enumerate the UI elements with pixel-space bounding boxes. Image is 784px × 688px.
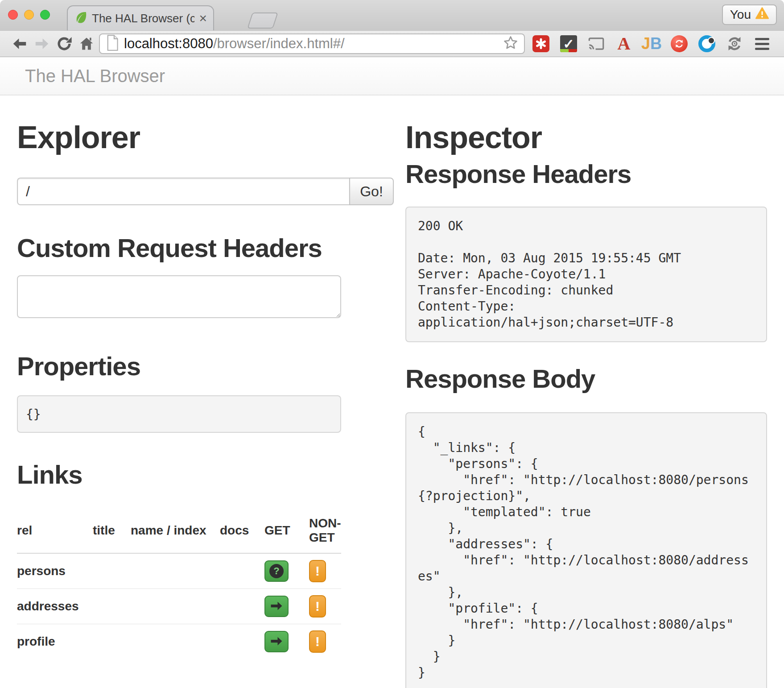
- lastpass-extension-icon[interactable]: [532, 35, 550, 53]
- link-rel: persons: [17, 553, 93, 589]
- url-path: /browser/index.html#/: [213, 36, 345, 51]
- col-docs: docs: [220, 510, 264, 553]
- close-window-button[interactable]: [8, 10, 18, 20]
- explorer-heading: Explorer: [17, 120, 394, 155]
- link-rel: addresses: [17, 589, 93, 624]
- home-button[interactable]: [77, 34, 96, 54]
- page-document-icon: [105, 35, 120, 53]
- custom-request-headers-heading: Custom Request Headers: [17, 233, 394, 263]
- address-bar[interactable]: localhost:8080/browser/index.html#/: [99, 33, 525, 54]
- url-text[interactable]: localhost:8080/browser/index.html#/: [124, 36, 498, 52]
- reload-button[interactable]: [54, 34, 74, 54]
- profile-you-button[interactable]: You: [722, 4, 777, 25]
- properties-value: {}: [17, 395, 341, 433]
- col-title: title: [93, 510, 131, 553]
- properties-heading: Properties: [17, 351, 394, 381]
- chromecast-extension-icon[interactable]: [587, 35, 605, 53]
- response-headers-heading: Response Headers: [405, 159, 767, 189]
- get-button[interactable]: [264, 596, 289, 617]
- col-non-get: NON-GET: [309, 510, 341, 553]
- inspector-panel: Inspector Response Headers 200 OK Date: …: [405, 95, 767, 688]
- link-row-addresses: addresses !: [17, 589, 341, 624]
- profile-name: You: [730, 8, 751, 22]
- get-button[interactable]: [264, 631, 289, 652]
- link-row-profile: profile !: [17, 624, 341, 659]
- get-templated-button[interactable]: ?: [264, 560, 289, 582]
- link-rel: profile: [17, 624, 93, 659]
- spring-leaf-favicon-icon: [74, 11, 87, 26]
- explorer-panel: Explorer Go! Custom Request Headers Prop…: [17, 95, 394, 688]
- custom-headers-textarea[interactable]: [17, 275, 341, 318]
- a-extension-icon[interactable]: A: [615, 35, 633, 53]
- right-arrow-icon: [270, 635, 283, 648]
- col-get: GET: [264, 510, 309, 553]
- blue-circle-extension-icon[interactable]: [698, 35, 716, 53]
- col-rel: rel: [17, 510, 93, 553]
- page-content: Explorer Go! Custom Request Headers Prop…: [0, 95, 784, 688]
- history-sync-extension-icon[interactable]: [726, 35, 743, 53]
- browser-toolbar: localhost:8080/browser/index.html#/ ✓: [0, 30, 784, 57]
- url-host: localhost:8080: [124, 36, 213, 51]
- minimize-window-button[interactable]: [24, 10, 34, 20]
- sync-red-extension-icon[interactable]: [670, 35, 688, 53]
- browser-tab[interactable]: The HAL Browser (customiz ×: [67, 5, 214, 30]
- jb-extension-icon[interactable]: JB: [643, 35, 660, 53]
- response-body-heading: Response Body: [405, 364, 767, 394]
- back-button[interactable]: [10, 34, 29, 54]
- inspector-heading: Inspector: [405, 120, 767, 155]
- col-name-index: name / index: [131, 510, 220, 553]
- extension-icons: ✓ A JB: [532, 35, 769, 53]
- page-navbar: The HAL Browser: [0, 57, 784, 95]
- question-mark-icon: ?: [269, 564, 284, 578]
- forward-button[interactable]: [32, 34, 52, 54]
- links-header-row: rel title name / index docs GET NON-GET: [17, 510, 341, 553]
- tab-close-icon[interactable]: ×: [199, 12, 207, 25]
- warning-triangle-icon: [755, 7, 769, 23]
- non-get-button[interactable]: !: [309, 560, 326, 582]
- tab-strip: The HAL Browser (customiz × You: [0, 0, 784, 30]
- response-headers-content: 200 OK Date: Mon, 03 Aug 2015 19:55:45 G…: [405, 207, 767, 342]
- right-arrow-icon: [270, 600, 283, 613]
- chrome-menu-icon[interactable]: [755, 38, 769, 50]
- explorer-address-group: Go!: [17, 178, 394, 205]
- go-button[interactable]: Go!: [349, 178, 394, 205]
- links-table: rel title name / index docs GET NON-GET …: [17, 510, 341, 659]
- link-row-persons: persons ? !: [17, 553, 341, 589]
- non-get-button[interactable]: !: [309, 595, 326, 618]
- links-heading: Links: [17, 460, 394, 489]
- non-get-button[interactable]: !: [309, 630, 326, 653]
- new-tab-button[interactable]: [247, 12, 278, 29]
- response-body-content: { "_links": { "persons": { "href": "http…: [418, 424, 755, 681]
- browser-chrome: The HAL Browser (customiz × You: [0, 0, 784, 57]
- checkmark-extension-icon[interactable]: ✓: [560, 35, 578, 53]
- navbar-brand[interactable]: The HAL Browser: [25, 66, 165, 86]
- zoom-window-button[interactable]: [40, 10, 50, 20]
- response-body-panel: { "_links": { "persons": { "href": "http…: [405, 412, 767, 688]
- bookmark-star-icon[interactable]: [503, 35, 519, 53]
- traffic-lights: [8, 10, 50, 20]
- explorer-address-input[interactable]: [17, 178, 349, 205]
- tab-title: The HAL Browser (customiz: [92, 12, 194, 25]
